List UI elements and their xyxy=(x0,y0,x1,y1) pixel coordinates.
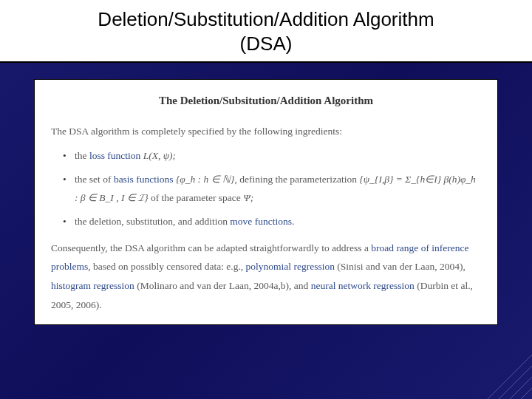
slide-title: Deletion/Substitution/Addition Algorithm… xyxy=(15,7,517,55)
conclude-text: Consequently, the DSA algorithm can be a… xyxy=(51,242,371,253)
svg-line-2 xyxy=(510,377,532,399)
bullet-text: the set of xyxy=(75,174,114,185)
highlight-term: move functions xyxy=(230,216,292,227)
math-expr: Ψ; xyxy=(243,192,253,203)
corner-decoration xyxy=(480,347,532,399)
bullet-text: the xyxy=(75,150,89,161)
conclude-text: , based on possibly censored data: e.g., xyxy=(88,261,245,272)
highlight-term: basis functions xyxy=(114,174,174,185)
list-item: the deletion, substitution, and addition… xyxy=(51,212,481,231)
bullet-text: . xyxy=(292,216,294,227)
content-area: The Deletion/Subsitution/Addition Algori… xyxy=(0,63,532,338)
math-expr: L(X, ψ); xyxy=(140,150,176,161)
highlight-term: neural network regression xyxy=(311,280,415,291)
slide-title-bar: Deletion/Substitution/Addition Algorithm… xyxy=(0,0,532,63)
highlight-term: polynomial regression xyxy=(246,261,335,272)
doc-intro: The DSA algorithm is completely specifie… xyxy=(51,122,481,141)
highlight-term: histogram regression xyxy=(51,280,134,291)
title-line-1: Deletion/Substitution/Addition Algorithm xyxy=(98,8,434,30)
bullet-list: the loss function L(X, ψ); the set of ba… xyxy=(51,146,481,231)
svg-line-0 xyxy=(488,355,532,399)
svg-line-3 xyxy=(521,388,532,399)
title-line-2: (DSA) xyxy=(240,33,293,55)
list-item: the loss function L(X, ψ); xyxy=(51,146,481,166)
list-item: the set of basis functions {φ_h : h ∈ ℕ}… xyxy=(51,170,481,208)
svg-line-1 xyxy=(499,366,532,399)
document-box: The Deletion/Subsitution/Addition Algori… xyxy=(34,79,498,325)
bullet-text: the deletion, substitution, and addition xyxy=(75,216,230,227)
conclude-text: (Sinisi and van der Laan, 2004), xyxy=(335,261,466,272)
bullet-text: of the parameter space xyxy=(149,192,244,203)
doc-heading: The Deletion/Subsitution/Addition Algori… xyxy=(51,90,481,112)
corner-lines-icon xyxy=(480,347,532,399)
math-expr: {φ_h : h ∈ ℕ}, xyxy=(174,174,240,185)
bullet-text: defining the parameterization xyxy=(239,174,359,185)
conclude-text: (Molinaro and van der Laan, 2004a,b), an… xyxy=(134,280,311,291)
highlight-term: loss function xyxy=(89,150,140,161)
doc-conclusion: Consequently, the DSA algorithm can be a… xyxy=(51,239,481,315)
